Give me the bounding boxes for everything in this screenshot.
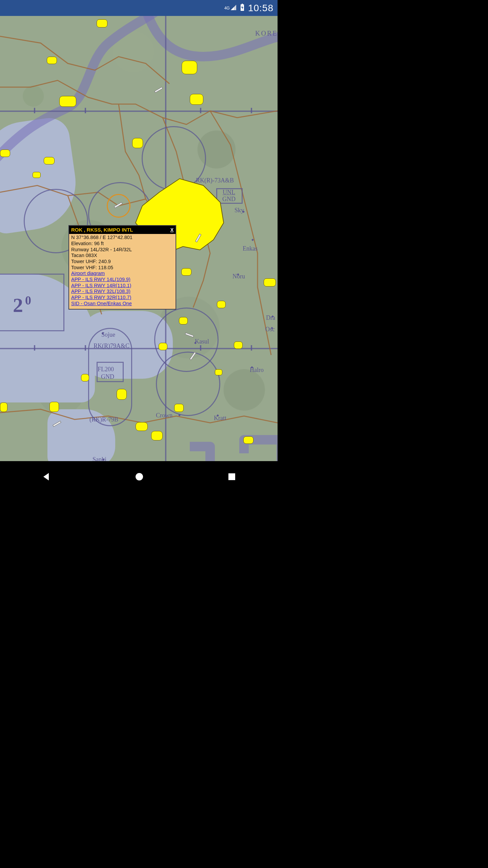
urban-area (243, 436, 253, 444)
urban-area (132, 138, 143, 148)
urban-area (47, 57, 57, 64)
popup-tower-uhf: Tower UHF: 240.9 (71, 259, 174, 265)
map-label-sojue: Sojue (101, 331, 115, 338)
urban-area (174, 404, 184, 412)
urban-area (190, 94, 203, 105)
popup-coords: N 37°36.868 / E 127°42.801 (71, 235, 174, 241)
map-label-osc: Osc (265, 326, 275, 333)
aeronautical-map[interactable]: FL200 GND (RK)R-79B RK(R)79A&C KORE R (0, 16, 278, 461)
link-app-32l[interactable]: APP - ILS RWY 32L(108.3) (71, 289, 174, 295)
map-label-enkas: Enkas (243, 245, 258, 252)
airport-info-popup: ROK , RKSS, KIMPO INTL X N 37°36.868 / E… (68, 225, 176, 310)
clock: 10:58 (248, 3, 273, 14)
two-deg-number: 2 (13, 294, 25, 316)
urban-area (117, 389, 127, 400)
nav-recent-button[interactable] (227, 472, 236, 482)
urban-area (81, 374, 89, 381)
urban-area (59, 96, 76, 107)
map-label-crown: Crown (156, 412, 172, 419)
network-label: 4G (224, 6, 230, 10)
urban-area (179, 317, 188, 324)
urban-area (0, 150, 10, 157)
map-label-kore: KORE (255, 29, 278, 37)
urban-area (44, 157, 55, 164)
nav-home-button[interactable] (134, 472, 144, 483)
urban-area (215, 369, 222, 375)
urban-area (182, 61, 197, 74)
map-label-zone79ac: RK(R)79A&C (94, 342, 129, 350)
popup-elevation: Elevation: 96 ft (71, 241, 174, 247)
urban-area (33, 172, 41, 178)
svg-rect-3 (228, 473, 235, 480)
compass-rose (156, 352, 220, 416)
map-label-fl200: FL200 (98, 366, 114, 373)
urban-area (49, 402, 59, 412)
link-app-14l[interactable]: APP - ILS RWY 14L(109.9) (71, 277, 174, 283)
map-label-gnd: GND (101, 373, 114, 380)
map-label-sky: Sky (235, 207, 244, 214)
map-label-kratt: Kratt (214, 415, 226, 422)
urban-area (0, 402, 7, 412)
map-label-zone73: RK(R)-73A&B (196, 177, 234, 184)
urban-area (151, 431, 163, 440)
map-label-kasul: Kasul (195, 338, 209, 345)
popup-header: ROK , RKSS, KIMPO INTL X (69, 226, 176, 234)
two-deg-sup: 0 (25, 294, 33, 307)
popup-title: ROK , RKSS, KIMPO INTL (71, 227, 133, 233)
link-sid[interactable]: SID - Osan One/Enkas One (71, 301, 174, 307)
urban-area (217, 301, 226, 308)
popup-close-button[interactable]: X (170, 227, 174, 233)
android-status-bar: 4G 10:58 (0, 0, 278, 16)
nav-back-button[interactable] (41, 472, 52, 483)
svg-point-2 (136, 473, 143, 480)
airport-selection-ring (107, 194, 130, 218)
svg-rect-1 (242, 4, 243, 5)
battery-charging-icon (240, 4, 245, 13)
urban-area (97, 19, 107, 27)
link-airport-diagram[interactable]: Airport diagram (71, 271, 174, 277)
map-label-dra: Dra (266, 314, 275, 321)
map-label-zone79b: (RK)R-79B (89, 416, 118, 423)
popup-runway: Runway 14L/32R - 14R/32L (71, 247, 174, 253)
map-label-gnd: GND (222, 196, 236, 203)
link-app-14r[interactable]: APP - ILS RWY 14R(110.1) (71, 283, 174, 289)
map-label-two-deg: 20 (13, 293, 33, 317)
signal-icon (230, 4, 237, 12)
popup-tacan: Tacan 083X (71, 253, 174, 259)
map-label-noru: Noru (232, 273, 245, 280)
map-label-halro: Halro (250, 367, 264, 374)
popup-tower-vhf: Tower VHF: 118.05 (71, 265, 174, 271)
map-label-unl: UNL (223, 189, 235, 196)
urban-area (181, 268, 191, 276)
map-label-sapki: Sapki (93, 456, 106, 461)
urban-area (159, 343, 167, 350)
link-app-32r[interactable]: APP - ILS RWY 32R(110.7) (71, 295, 174, 301)
android-nav-bar (0, 461, 278, 494)
urban-area (264, 278, 276, 287)
popup-body: N 37°36.868 / E 127°42.801 Elevation: 96… (69, 234, 176, 309)
urban-area (136, 422, 148, 431)
urban-area (234, 341, 243, 349)
